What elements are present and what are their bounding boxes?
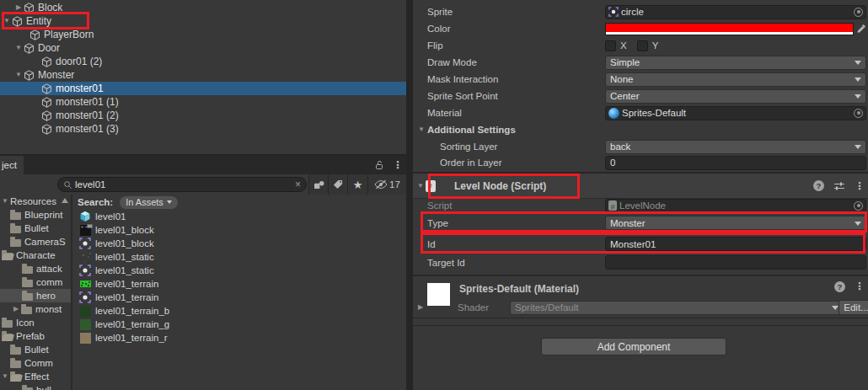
folder-item-attack[interactable]: attack bbox=[0, 262, 71, 275]
object-picker-icon[interactable] bbox=[854, 201, 863, 211]
asset-item-level01-terrain-pixels[interactable]: level01_terrain bbox=[76, 277, 406, 291]
folder-item-icon[interactable]: Icon bbox=[0, 316, 71, 329]
folder-item-bullet[interactable]: Bullet bbox=[0, 222, 71, 235]
inspector-scrollbar[interactable] bbox=[406, 0, 413, 390]
edit-shader-button[interactable]: Edit... bbox=[839, 300, 868, 315]
additional-settings-foldout[interactable]: ▼ Additional Settings bbox=[413, 121, 868, 138]
search-value: level01 bbox=[75, 179, 105, 190]
scope-in-assets-button[interactable]: In Assets bbox=[120, 196, 178, 209]
folder-label: Bullet bbox=[24, 345, 49, 355]
asset-label: level01 bbox=[95, 211, 126, 222]
folder-item-hero-selected[interactable]: hero bbox=[0, 289, 71, 302]
order-in-layer-field[interactable]: 0 bbox=[605, 156, 866, 170]
help-icon[interactable]: ? bbox=[834, 281, 845, 292]
flip-y-label: Y bbox=[652, 40, 659, 51]
folder-label: attack bbox=[36, 264, 62, 274]
flip-x-checkbox[interactable] bbox=[605, 40, 616, 51]
search-input[interactable]: level01 × bbox=[57, 177, 307, 192]
type-label: Type bbox=[427, 218, 605, 228]
hierarchy-item-block[interactable]: ▶ Block bbox=[0, 1, 406, 14]
material-object-field[interactable]: Sprites-Default bbox=[605, 106, 866, 120]
inspector-panel: Sprite circle Color Flip X bbox=[413, 0, 868, 390]
chevron-right-icon[interactable]: ▶ bbox=[415, 304, 426, 311]
hidden-results-button[interactable]: 17 bbox=[367, 174, 406, 195]
id-field[interactable]: Monster01 bbox=[605, 237, 866, 251]
object-picker-icon[interactable] bbox=[854, 8, 863, 17]
filter-by-label-button[interactable] bbox=[328, 174, 347, 195]
flip-row: Flip X Y bbox=[413, 37, 868, 54]
hierarchy-item-entity[interactable]: ▼ Entity bbox=[0, 14, 406, 28]
tab-project[interactable]: ject bbox=[0, 156, 24, 174]
folder-item-prefab[interactable]: Prefab bbox=[0, 329, 71, 343]
folder-item-comm[interactable]: comm bbox=[0, 275, 71, 289]
presets-icon[interactable] bbox=[833, 181, 845, 191]
folder-label: Bullet bbox=[24, 223, 49, 233]
sorting-layer-dropdown[interactable]: back bbox=[605, 140, 866, 154]
level-node-component-header[interactable]: ▼ Level Node (Script) ? ⋮ bbox=[413, 173, 868, 199]
chevron-right-icon[interactable]: ▶ bbox=[13, 4, 24, 11]
kebab-menu-icon[interactable]: ⋮ bbox=[855, 281, 865, 291]
add-component-button[interactable]: Add Component bbox=[541, 338, 726, 355]
color-swatch[interactable] bbox=[605, 23, 854, 35]
hierarchy-item-monster01-1[interactable]: monster01 (1) bbox=[0, 95, 406, 109]
hierarchy-item-door01[interactable]: door01 (2) bbox=[0, 55, 406, 68]
hierarchy-item-monster[interactable]: ▼ Monster bbox=[0, 68, 406, 82]
kebab-menu-icon[interactable]: ⋮ bbox=[855, 181, 865, 191]
chevron-down-icon[interactable]: ▼ bbox=[2, 18, 12, 24]
draw-mode-dropdown[interactable]: Simple bbox=[605, 56, 866, 70]
asset-item-level01-terrain-sprite[interactable]: level01_terrain bbox=[76, 291, 406, 304]
asset-item-level01-static-sprite[interactable]: level01_static bbox=[76, 264, 406, 277]
folder-item-character[interactable]: Characte bbox=[0, 248, 71, 262]
lock-open-icon[interactable] bbox=[374, 160, 384, 170]
asset-item-level01-terrain-b[interactable]: level01_terrain_b bbox=[76, 304, 406, 318]
asset-item-level01-block-sprite[interactable]: level01_block bbox=[76, 237, 406, 250]
csharp-script-icon bbox=[608, 200, 617, 211]
target-id-field[interactable] bbox=[605, 255, 866, 270]
asset-item-level01-block-tilemap[interactable]: level01_block bbox=[76, 223, 406, 237]
object-picker-icon[interactable] bbox=[854, 109, 863, 118]
scrollbar-up-arrow[interactable] bbox=[62, 198, 68, 203]
chevron-down-icon[interactable]: ▼ bbox=[0, 198, 10, 205]
mask-interaction-dropdown[interactable]: None bbox=[605, 72, 866, 87]
help-icon[interactable]: ? bbox=[813, 180, 824, 191]
hierarchy-item-monster01-selected[interactable]: monster01 bbox=[0, 82, 406, 95]
asset-item-level01-terrain-r[interactable]: level01_terrain_r bbox=[76, 331, 406, 345]
hierarchy-item-monster01-3[interactable]: monster01 (3) bbox=[0, 122, 406, 136]
chevron-down-icon[interactable]: ▼ bbox=[13, 72, 24, 78]
folder-item-blueprint[interactable]: Blueprint bbox=[0, 208, 71, 222]
folder-item-resources[interactable]: ▼ Resources bbox=[0, 195, 71, 208]
eyedropper-icon[interactable] bbox=[856, 24, 866, 34]
folder-item-bull[interactable]: bull bbox=[0, 383, 71, 390]
asset-item-level01-static-tilemap[interactable]: level01_static bbox=[76, 250, 406, 264]
script-object-field[interactable]: LevelNode bbox=[605, 199, 866, 213]
chevron-down-icon[interactable]: ▼ bbox=[13, 45, 24, 51]
clear-search-icon[interactable]: × bbox=[295, 179, 301, 190]
folder-item-prefab-comm[interactable]: Comm bbox=[0, 356, 71, 370]
shader-row: ▶ Shader Sprites/Default Edit... bbox=[413, 300, 868, 315]
sprite-sort-point-dropdown[interactable]: Center bbox=[605, 89, 866, 104]
chevron-down-icon[interactable]: ▼ bbox=[0, 373, 10, 380]
folder-item-cameras[interactable]: CameraS bbox=[0, 235, 71, 248]
type-dropdown[interactable]: Monster bbox=[605, 216, 866, 230]
folder-item-prefab-bullet[interactable]: Bullet bbox=[0, 343, 71, 356]
filter-by-type-button[interactable] bbox=[308, 174, 328, 195]
draw-mode-value: Simple bbox=[610, 57, 640, 67]
asset-item-level01-terrain-g[interactable]: level01_terrain_g bbox=[76, 318, 406, 331]
sprite-object-field[interactable]: circle bbox=[605, 5, 866, 19]
chevron-down-icon bbox=[855, 222, 861, 226]
flip-y-checkbox[interactable] bbox=[637, 40, 648, 51]
kebab-menu-icon[interactable]: ⋮ bbox=[393, 160, 403, 170]
hierarchy-item-monster01-2[interactable]: monster01 (2) bbox=[0, 109, 406, 122]
chevron-down-icon[interactable]: ▼ bbox=[415, 183, 426, 190]
folder-item-monst[interactable]: ▶ monst bbox=[0, 302, 71, 316]
folder-item-effect[interactable]: ▼ Effect bbox=[0, 370, 71, 383]
asset-item-level01[interactable]: level01 bbox=[76, 210, 406, 223]
favorites-button[interactable]: ★ bbox=[347, 174, 367, 195]
sprite-icon bbox=[608, 7, 619, 17]
hierarchy-item-playerborn[interactable]: PlayerBorn bbox=[0, 28, 406, 41]
hierarchy-item-door[interactable]: ▼ Door bbox=[0, 41, 406, 55]
shader-dropdown[interactable]: Sprites/Default bbox=[510, 301, 844, 315]
chevron-right-icon[interactable]: ▶ bbox=[11, 306, 21, 313]
asset-label: level01_terrain_g bbox=[95, 319, 169, 329]
folder-icon bbox=[10, 226, 21, 233]
